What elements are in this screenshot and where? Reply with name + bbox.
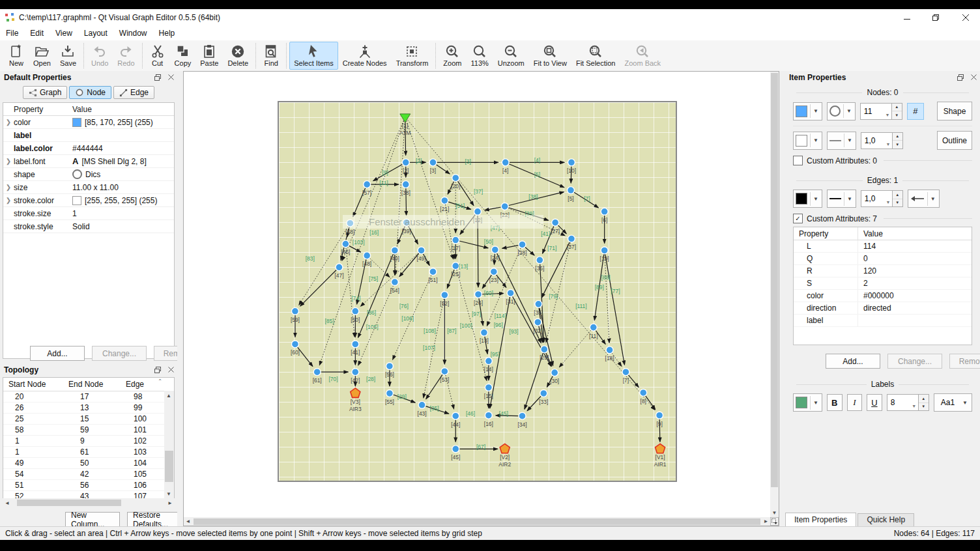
- graph-node[interactable]: [519, 241, 526, 248]
- graph-node[interactable]: [452, 412, 459, 419]
- graph-node[interactable]: [485, 358, 492, 365]
- fitview-button[interactable]: Fit to View: [529, 42, 571, 70]
- custom-attributes-checkbox[interactable]: [793, 156, 803, 165]
- find-button[interactable]: Find: [259, 42, 283, 70]
- graph-node[interactable]: [640, 389, 647, 396]
- graph-node[interactable]: [552, 219, 559, 226]
- right-splitter[interactable]: [779, 71, 785, 526]
- graph-node[interactable]: [452, 445, 459, 453]
- attribute-row[interactable]: S2: [794, 277, 972, 290]
- canvas-corner-button[interactable]: [770, 517, 779, 526]
- graph-node[interactable]: [534, 318, 541, 326]
- redo-button[interactable]: Redo: [113, 42, 139, 70]
- property-row[interactable]: ❯stroke.color[255, 255, 255] (255): [3, 194, 174, 207]
- graph-node[interactable]: [490, 268, 497, 276]
- tab-graph[interactable]: Graph: [23, 86, 67, 99]
- graph-node[interactable]: [535, 300, 542, 307]
- graph-node[interactable]: [606, 346, 613, 354]
- italic-button[interactable]: I: [847, 394, 863, 411]
- expand-icon[interactable]: ❯: [3, 158, 14, 165]
- graph-node[interactable]: [352, 307, 359, 315]
- paste-button[interactable]: Paste: [195, 42, 223, 70]
- property-row[interactable]: stroke.styleSolid: [3, 220, 174, 233]
- graph-node[interactable]: [540, 389, 547, 397]
- restore-defaults-button[interactable]: Restore Defaults...: [127, 512, 182, 527]
- property-row[interactable]: stroke.size1: [3, 207, 174, 220]
- graph-node[interactable]: [551, 369, 558, 376]
- edge-color-dropdown[interactable]: ▼: [793, 190, 822, 208]
- node-size-lock-button[interactable]: #: [907, 103, 924, 120]
- unzoom-button[interactable]: Unzoom: [493, 42, 529, 70]
- canvas-vertical-scrollbar[interactable]: ▼: [770, 72, 779, 517]
- custom-attributes-checkbox[interactable]: ✓: [793, 214, 803, 223]
- topology-row[interactable]: 4950104: [3, 458, 174, 469]
- graph-node[interactable]: [568, 159, 575, 166]
- graph-node[interactable]: [452, 175, 459, 182]
- graph-node[interactable]: [441, 197, 448, 204]
- graph-node[interactable]: [656, 412, 663, 419]
- close-panel-icon[interactable]: [970, 74, 977, 81]
- graph-node[interactable]: [364, 252, 371, 259]
- topology-row[interactable]: 5156106: [3, 480, 174, 491]
- topology-row[interactable]: 19102: [3, 436, 174, 447]
- graph-edge[interactable]: [369, 258, 389, 277]
- graph-edge[interactable]: [407, 120, 454, 259]
- label-color-dropdown[interactable]: ▼: [793, 393, 822, 412]
- graph-node[interactable]: [342, 240, 349, 247]
- graph-node[interactable]: [352, 341, 359, 348]
- attribute-row[interactable]: color#000000: [794, 290, 972, 302]
- graph-edge[interactable]: [436, 165, 450, 174]
- start-node-triangle[interactable]: [400, 114, 411, 122]
- graph-node[interactable]: [501, 203, 508, 210]
- open-button[interactable]: Open: [29, 42, 55, 70]
- fitsel-button[interactable]: Fit Selection: [571, 42, 620, 70]
- graph-node[interactable]: [418, 401, 425, 408]
- graph-node[interactable]: [491, 246, 498, 253]
- zoomlevel-button[interactable]: 113%: [466, 42, 493, 70]
- graph-node[interactable]: [475, 291, 482, 298]
- close-button[interactable]: [951, 9, 980, 26]
- remove-button[interactable]: Remove...: [949, 354, 980, 369]
- graph-canvas[interactable]: [1]ATM[2][3][4][10][57][38][20][5][21][2…: [183, 71, 779, 526]
- select-button[interactable]: Select Items: [289, 42, 338, 70]
- graph-node[interactable]: [590, 324, 597, 331]
- edge-direction-dropdown[interactable]: ▼: [908, 190, 940, 208]
- topology-row[interactable]: 161103: [3, 447, 174, 458]
- graph-area[interactable]: [1]ATM[2][3][4][10][57][38][20][5][21][2…: [278, 101, 677, 482]
- graph-node[interactable]: [429, 268, 437, 276]
- node-outline-width-spinner[interactable]: 1,0▼ ▲▼: [861, 132, 903, 149]
- cut-button[interactable]: Cut: [145, 42, 170, 70]
- graph-edge[interactable]: [298, 347, 313, 366]
- new-button[interactable]: New: [4, 42, 29, 70]
- column-end-node[interactable]: End Node: [68, 380, 126, 389]
- topology-vertical-scrollbar[interactable]: ▲ ▼: [164, 391, 174, 498]
- graph-node[interactable]: [485, 384, 492, 391]
- expand-icon[interactable]: ❯: [3, 184, 14, 191]
- label-font-combo[interactable]: Aa1▼: [934, 393, 972, 412]
- node-size-spinner[interactable]: 11▼ ▲▼: [860, 103, 902, 120]
- node-shape-dropdown[interactable]: ▼: [827, 102, 856, 120]
- left-splitter[interactable]: [177, 71, 183, 526]
- change-button[interactable]: Change...: [887, 354, 942, 369]
- property-row[interactable]: shapeDics: [3, 168, 174, 181]
- save-button[interactable]: Save: [55, 42, 81, 70]
- graph-node[interactable]: [601, 208, 608, 215]
- outline-button[interactable]: Outline: [937, 131, 972, 150]
- graph-edge[interactable]: [349, 246, 361, 252]
- undo-button[interactable]: Undo: [87, 42, 113, 70]
- graph-node[interactable]: [507, 290, 514, 297]
- column-edge[interactable]: Edge: [126, 380, 174, 389]
- tab-quick-help[interactable]: Quick Help: [857, 513, 914, 526]
- float-panel-icon[interactable]: [154, 74, 162, 81]
- column-start-node[interactable]: Start Node: [3, 380, 68, 389]
- restore-button[interactable]: [921, 9, 951, 26]
- topology-row[interactable]: 201798: [3, 391, 174, 403]
- graph-node[interactable]: [441, 292, 448, 299]
- attribute-row[interactable]: L114: [794, 240, 972, 253]
- node-outline-style-dropdown[interactable]: ▼: [827, 132, 856, 150]
- create-button[interactable]: Create Nodes: [338, 42, 392, 70]
- graph-node[interactable]: [291, 307, 298, 315]
- graph-node[interactable]: [352, 369, 359, 376]
- tab-edge[interactable]: Edge: [113, 86, 154, 99]
- graph-node[interactable]: [391, 247, 398, 254]
